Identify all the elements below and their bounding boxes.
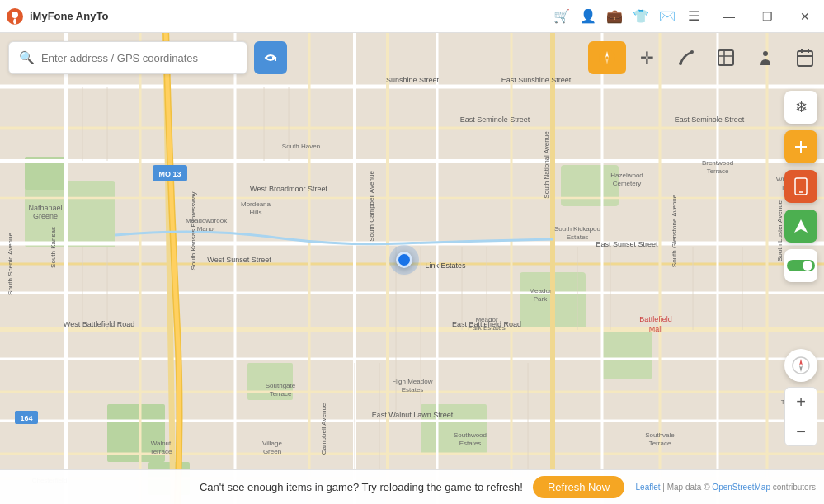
svg-text:Cemetery: Cemetery [613, 180, 642, 187]
toggle-button[interactable] [784, 249, 817, 282]
snowflake-button[interactable]: ❄ [784, 91, 817, 124]
search-box: 🔍 [8, 41, 247, 74]
svg-text:Park: Park [534, 295, 548, 303]
svg-marker-138 [799, 359, 803, 365]
multi-route-button[interactable] [707, 41, 745, 74]
move-mode-button[interactable]: ✛ [628, 41, 666, 74]
zoom-out-button[interactable]: − [784, 417, 817, 446]
account-icon[interactable]: 👤 [577, 5, 600, 28]
search-input[interactable] [41, 52, 237, 64]
svg-text:Mordeana: Mordeana [241, 200, 271, 208]
svg-text:Southgate: Southgate [266, 382, 296, 389]
svg-text:East Sunset Street: East Sunset Street [596, 240, 658, 248]
svg-point-136 [803, 261, 812, 271]
svg-text:Southwood: Southwood [454, 431, 487, 439]
svg-text:East Seminole Street: East Seminole Street [675, 115, 745, 124]
svg-text:South Glenstone Avenue: South Glenstone Avenue [671, 194, 678, 267]
device-button[interactable] [784, 170, 817, 203]
svg-text:High Meadow: High Meadow [393, 378, 433, 385]
svg-text:MO 13: MO 13 [158, 170, 181, 178]
svg-text:Mall: Mall [649, 325, 663, 333]
svg-text:East Sunshine Street: East Sunshine Street [501, 76, 572, 84]
svg-rect-5 [602, 330, 652, 379]
svg-text:Estates: Estates [567, 233, 589, 241]
svg-point-121 [690, 50, 694, 54]
bottom-banner: Can't see enough items in game? Try relo… [0, 469, 824, 504]
svg-text:South Haven: South Haven [282, 143, 320, 150]
svg-marker-134 [794, 219, 808, 233]
svg-text:Sunshine Street: Sunshine Street [386, 76, 440, 84]
svg-text:South Campbell Avenue: South Campbell Avenue [368, 171, 375, 242]
svg-point-120 [679, 62, 682, 65]
osm-link[interactable]: OpenStreetMap [712, 483, 770, 492]
svg-rect-131 [795, 146, 807, 148]
refresh-now-button[interactable]: Refresh Now [533, 476, 624, 498]
svg-text:South Scenic Avenue: South Scenic Avenue [7, 233, 14, 295]
compass-button[interactable] [784, 349, 817, 382]
svg-text:West Broadmoor Street: West Broadmoor Street [250, 185, 327, 193]
svg-point-125 [763, 51, 768, 56]
svg-text:Terrace: Terrace [270, 390, 292, 398]
menu-icon[interactable]: ☰ [682, 5, 705, 28]
svg-text:Greene: Greene [33, 212, 58, 220]
history-mode-button[interactable] [786, 41, 824, 74]
svg-text:Campbell Avenue: Campbell Avenue [320, 403, 327, 455]
titlebar: iMyFone AnyTo 🛒 👤 💼 👕 ✉️ ☰ — ❐ ✕ [0, 0, 824, 33]
route-mode-button[interactable] [667, 41, 705, 74]
svg-text:West Battlefield Road: West Battlefield Road [64, 320, 134, 328]
svg-text:Hills: Hills [249, 209, 261, 216]
app-icon [0, 0, 30, 33]
bag-icon[interactable]: 💼 [603, 5, 626, 28]
zoom-in-button[interactable]: + [784, 387, 817, 417]
svg-text:Village: Village [262, 440, 282, 447]
svg-text:Terrace: Terrace [150, 448, 172, 455]
search-icon: 🔍 [19, 50, 35, 65]
svg-text:Brentwood: Brentwood [702, 159, 733, 167]
svg-text:South Luster Avenue: South Luster Avenue [776, 200, 784, 261]
zoom-controls: + − [784, 387, 817, 446]
float-right-panel: ❄ [784, 91, 817, 282]
svg-text:Meadowbrook: Meadowbrook [186, 217, 228, 224]
location-marker [396, 252, 412, 268]
close-button[interactable]: ✕ [786, 0, 824, 33]
svg-point-116 [12, 12, 18, 18]
map-credit: Leaflet | Map data © OpenStreetMap contr… [636, 483, 816, 492]
svg-text:East Walnut Lawn Street: East Walnut Lawn Street [372, 411, 454, 419]
svg-rect-122 [718, 50, 733, 65]
route-button[interactable] [254, 41, 287, 74]
person-mode-button[interactable] [746, 41, 784, 74]
svg-text:Meador: Meador [529, 287, 551, 294]
minimize-button[interactable]: — [710, 0, 748, 33]
svg-rect-126 [798, 51, 812, 66]
svg-text:Nathanael: Nathanael [28, 204, 62, 212]
app-title: iMyFone AnyTo [30, 10, 550, 22]
title-icons: 🛒 👤 💼 👕 ✉️ ☰ [550, 5, 705, 28]
banner-message: Can't see enough items in game? Try relo… [200, 481, 523, 493]
svg-text:Hazelwood: Hazelwood [610, 172, 643, 179]
svg-text:Battlefield: Battlefield [639, 315, 672, 323]
svg-text:South Kansas Expressway: South Kansas Expressway [190, 191, 197, 270]
cart-icon[interactable]: 🛒 [550, 5, 573, 28]
svg-text:Terrace: Terrace [707, 167, 729, 175]
svg-text:164: 164 [20, 414, 32, 422]
svg-text:Link Estates: Link Estates [425, 261, 466, 270]
right-toolbar: ✛ [588, 40, 824, 76]
svg-text:East Seminole Street: East Seminole Street [460, 115, 530, 124]
mail-icon[interactable]: ✉️ [656, 5, 679, 28]
svg-text:Estates: Estates [459, 440, 482, 447]
svg-text:Green: Green [263, 448, 281, 455]
compass-mode-button[interactable] [588, 41, 626, 74]
leaflet-link[interactable]: Leaflet [636, 483, 661, 492]
svg-text:Terrace: Terrace [649, 440, 671, 447]
svg-text:South Kickapoo: South Kickapoo [554, 225, 601, 233]
svg-text:Southvale: Southvale [645, 431, 675, 439]
svg-text:West Sunset Street: West Sunset Street [207, 256, 271, 264]
shirt-icon[interactable]: 👕 [629, 5, 652, 28]
add-location-button[interactable] [784, 130, 817, 163]
svg-marker-139 [799, 365, 803, 372]
svg-text:Walnut: Walnut [151, 440, 172, 447]
svg-text:South Kansas: South Kansas [49, 227, 57, 268]
svg-text:Estates: Estates [402, 386, 424, 393]
restore-button[interactable]: ❐ [748, 0, 786, 33]
navigate-button[interactable] [784, 210, 817, 243]
